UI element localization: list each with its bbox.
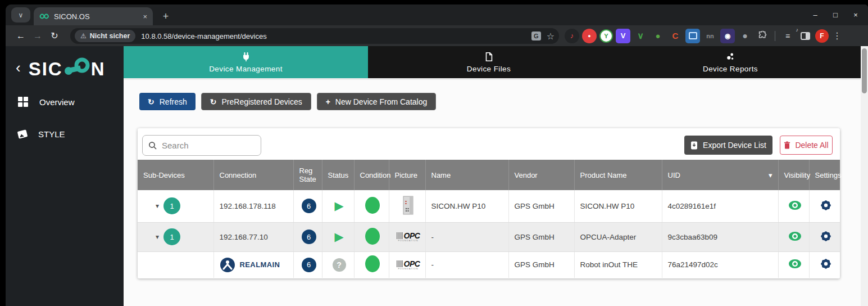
col-product-name: Product Name bbox=[574, 160, 662, 190]
security-chip[interactable]: ⚠ Nicht sicher bbox=[75, 30, 135, 42]
tab-search-button[interactable]: ∨ bbox=[11, 7, 30, 22]
expand-caret-icon[interactable]: ▾ bbox=[156, 202, 159, 210]
ext-blue-box-icon[interactable] bbox=[685, 29, 700, 43]
reg-state-badge: 6 bbox=[302, 258, 316, 272]
address-bar[interactable]: ⚠ Nicht sicher 10.8.0.58/device-manageme… bbox=[70, 28, 559, 44]
sub-device-count-badge: 1 bbox=[163, 197, 180, 214]
col-name: Name bbox=[425, 160, 508, 190]
uid-cell: 4c0289161e1f bbox=[662, 190, 778, 222]
name-cell: - bbox=[425, 222, 508, 251]
table-row[interactable]: REALMAIN 6 ? OPCFOUNDATION - GPS GmbH Ro… bbox=[138, 251, 840, 278]
profile-avatar[interactable]: F bbox=[815, 29, 829, 43]
settings-gear-icon[interactable] bbox=[819, 257, 833, 271]
minimize-button[interactable]: – bbox=[807, 11, 823, 19]
export-device-list-button[interactable]: Export Device List bbox=[684, 136, 772, 155]
table-header-row: Sub-Devices Connection Reg State Status … bbox=[138, 160, 840, 190]
connection-cell: 192.168.77.10 bbox=[213, 222, 293, 251]
sicon-favicon-icon bbox=[39, 13, 49, 20]
refresh-button[interactable]: ↻ Refresh bbox=[139, 93, 196, 110]
tab-close-icon[interactable]: × bbox=[143, 12, 147, 21]
col-settings: Settings bbox=[809, 160, 840, 190]
search-icon bbox=[148, 141, 157, 150]
sidebar-item-style[interactable]: STYLE bbox=[6, 118, 124, 150]
ext-check-icon[interactable]: ∨ bbox=[633, 29, 648, 43]
browser-tab[interactable]: SICON.OS × bbox=[34, 7, 153, 25]
col-uid[interactable]: UID▾ bbox=[662, 160, 778, 190]
browser-menu-icon[interactable]: ⋮ bbox=[831, 30, 843, 41]
visibility-eye-icon[interactable] bbox=[788, 259, 802, 269]
play-icon: ▶ bbox=[334, 230, 343, 243]
media-list-icon[interactable]: ≡♪ bbox=[780, 29, 795, 43]
table-row[interactable]: ▾1 192.168.178.118 6 ▶ bbox=[138, 190, 840, 222]
sidebar-item-label: STYLE bbox=[38, 129, 65, 139]
bookmark-star-icon[interactable]: ☆ bbox=[547, 31, 555, 42]
ext-c-icon[interactable]: C bbox=[668, 29, 683, 43]
forward-button[interactable]: → bbox=[29, 31, 46, 41]
ext-adblock-icon[interactable]: ● bbox=[582, 29, 597, 43]
uid-cell: 9c3cbaa63b09 bbox=[662, 222, 778, 251]
sidebar-collapse-icon[interactable]: ‹ bbox=[13, 62, 23, 73]
ext-shield-icon[interactable]: ● bbox=[738, 29, 752, 43]
col-picture: Picture bbox=[389, 160, 425, 190]
url-text: 10.8.0.58/device-management/devices bbox=[141, 32, 531, 40]
close-button[interactable]: × bbox=[848, 11, 864, 19]
extensions-puzzle-icon[interactable] bbox=[755, 29, 770, 43]
sort-caret-icon[interactable]: ▾ bbox=[769, 171, 772, 179]
file-icon bbox=[484, 52, 494, 62]
product-cell: SICON.HW P10 bbox=[574, 190, 662, 222]
ext-y-icon[interactable]: Y bbox=[599, 29, 613, 43]
new-device-from-catalog-button[interactable]: + New Device From Catalog bbox=[317, 93, 437, 110]
tab-label: Device Management bbox=[209, 65, 283, 73]
side-panel-icon[interactable] bbox=[798, 29, 812, 43]
settings-gear-icon[interactable] bbox=[819, 199, 833, 212]
tab-label: Device Files bbox=[467, 65, 511, 73]
tab-title: SICON.OS bbox=[54, 12, 138, 21]
delete-all-button[interactable]: Delete All bbox=[780, 136, 833, 155]
tab-device-reports[interactable]: Device Reports bbox=[610, 46, 851, 78]
ext-v-icon[interactable]: V bbox=[616, 29, 630, 43]
condition-ok-icon bbox=[365, 255, 380, 272]
device-photo bbox=[401, 195, 416, 215]
expand-caret-icon[interactable]: ▾ bbox=[156, 233, 159, 241]
unknown-status-icon: ? bbox=[333, 258, 346, 272]
product-cell: OPCUA-Adapter bbox=[574, 222, 662, 251]
scrollbar-thumb[interactable] bbox=[862, 48, 867, 93]
page-content: ↻ Refresh ↻ PreRegistered Devices + New … bbox=[124, 78, 868, 306]
name-cell: SICON.HW P10 bbox=[425, 190, 508, 222]
realmain-avatar-icon bbox=[220, 257, 235, 273]
vendor-cell: GPS GmbH bbox=[508, 251, 574, 278]
new-tab-button[interactable]: + bbox=[158, 9, 173, 24]
tab-device-management[interactable]: Device Management bbox=[124, 46, 368, 78]
ext-green-dot-icon[interactable]: ● bbox=[651, 29, 665, 43]
translate-icon[interactable]: G bbox=[531, 32, 541, 40]
page-scrollbar[interactable] bbox=[861, 46, 868, 306]
sidebar-item-overview[interactable]: Overview bbox=[6, 86, 124, 118]
browser-window: ∨ SICON.OS × + – □ × ← → ↻ ⚠ Nicht siche… bbox=[6, 4, 868, 306]
sidebar: ‹ SIC N Overview STYLE bbox=[6, 46, 124, 306]
sidebar-item-label: Overview bbox=[39, 97, 75, 107]
opc-logo: OPCFOUNDATION bbox=[397, 232, 420, 242]
ext-eye-icon[interactable]: ◉ bbox=[720, 29, 735, 43]
settings-gear-icon[interactable] bbox=[819, 230, 833, 243]
maximize-button[interactable]: □ bbox=[828, 11, 843, 19]
preregistered-devices-button[interactable]: ↻ PreRegistered Devices bbox=[201, 93, 311, 110]
back-button[interactable]: ← bbox=[12, 31, 29, 41]
reg-state-badge: 6 bbox=[302, 230, 316, 244]
reload-button[interactable]: ↻ bbox=[46, 30, 63, 41]
style-icon bbox=[17, 129, 28, 138]
chevron-down-icon: ∨ bbox=[19, 11, 24, 19]
col-connection: Connection bbox=[213, 160, 293, 190]
browser-tabstrip: ∨ SICON.OS × + – □ × bbox=[6, 4, 868, 25]
search-input[interactable] bbox=[162, 141, 246, 150]
tab-device-files[interactable]: Device Files bbox=[368, 46, 610, 78]
sync-icon: ↻ bbox=[210, 97, 217, 106]
table-row[interactable]: ▾1 192.168.77.10 6 ▶ OPCFOUNDATION - GPS… bbox=[138, 222, 840, 251]
ext-music-icon[interactable]: ♪ bbox=[565, 29, 579, 43]
name-cell: - bbox=[425, 251, 508, 278]
ext-nn-icon[interactable]: nn bbox=[703, 29, 717, 43]
visibility-eye-icon[interactable] bbox=[788, 231, 802, 241]
search-box[interactable] bbox=[142, 135, 261, 156]
device-list-card: Export Device List Delete All bbox=[138, 128, 840, 278]
condition-ok-icon bbox=[365, 228, 380, 245]
visibility-eye-icon[interactable] bbox=[788, 200, 802, 210]
